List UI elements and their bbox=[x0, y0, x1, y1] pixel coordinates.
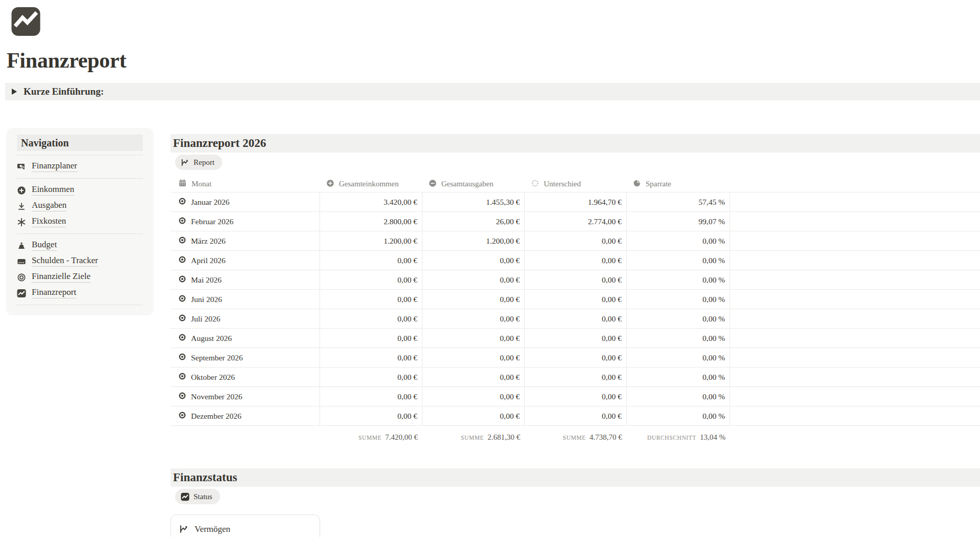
row-savings-rate-cell[interactable]: 0,00 % bbox=[627, 387, 730, 406]
row-expenses-cell[interactable]: 0,00 € bbox=[422, 329, 525, 348]
column-header-sparrate[interactable]: Sparrate bbox=[627, 176, 730, 192]
sidebar-item-finanzielle-ziele[interactable]: Finanzielle Ziele bbox=[17, 269, 143, 285]
row-month-cell[interactable]: März 2026 bbox=[171, 231, 320, 250]
row-savings-rate-cell[interactable]: 0,00 % bbox=[627, 270, 730, 289]
row-difference-cell[interactable]: 0,00 € bbox=[525, 290, 627, 309]
row-month-cell[interactable]: September 2026 bbox=[171, 348, 320, 367]
row-expenses-cell[interactable]: 1.455,30 € bbox=[422, 192, 525, 211]
divider bbox=[17, 178, 143, 179]
row-income-cell[interactable]: 2.800,00 € bbox=[320, 212, 422, 231]
summary-difference[interactable]: SUMME4.738,70 € bbox=[525, 433, 627, 442]
row-difference-cell[interactable]: 0,00 € bbox=[525, 251, 627, 270]
row-difference-cell[interactable]: 2.774,00 € bbox=[525, 212, 627, 231]
row-expenses-cell[interactable]: 0,00 € bbox=[422, 348, 525, 367]
column-header-label: Gesamtausgaben bbox=[441, 180, 494, 188]
row-savings-rate-cell[interactable]: 0,00 % bbox=[627, 290, 730, 309]
row-income-cell[interactable]: 0,00 € bbox=[320, 309, 422, 328]
row-difference-cell[interactable]: 0,00 € bbox=[525, 231, 627, 250]
row-difference-cell[interactable]: 0,00 € bbox=[525, 348, 627, 367]
row-difference-cell[interactable]: 0,00 € bbox=[525, 387, 627, 406]
row-savings-rate-cell[interactable]: 0,00 % bbox=[627, 251, 730, 270]
column-header-unterschied[interactable]: Unterschied bbox=[525, 176, 627, 192]
column-header-monat[interactable]: Monat bbox=[171, 176, 320, 192]
row-difference-cell[interactable]: 1.964,70 € bbox=[525, 192, 627, 211]
row-savings-rate-cell[interactable]: 0,00 % bbox=[627, 231, 730, 250]
status-view-tab[interactable]: Status bbox=[175, 489, 220, 504]
row-savings-rate-cell[interactable]: 0,00 % bbox=[627, 329, 730, 348]
sidebar-item-fixkosten[interactable]: Fixkosten bbox=[17, 214, 143, 230]
sidebar-item-schulden-tracker[interactable]: Schulden - Tracker bbox=[17, 253, 143, 269]
row-income-cell[interactable]: 0,00 € bbox=[320, 290, 422, 309]
column-header-gesamtausgaben[interactable]: Gesamtausgaben bbox=[422, 176, 525, 192]
column-header-gesamteinkommen[interactable]: Gesamteinkommen bbox=[320, 176, 422, 192]
summary-expenses[interactable]: SUMME2.681,30 € bbox=[422, 433, 525, 442]
row-month-cell[interactable]: Oktober 2026 bbox=[171, 368, 320, 386]
row-expenses-cell[interactable]: 0,00 € bbox=[422, 309, 525, 328]
row-month-cell[interactable]: August 2026 bbox=[171, 329, 320, 348]
row-savings-rate-cell[interactable]: 0,00 % bbox=[627, 348, 730, 367]
row-income-cell[interactable]: 0,00 € bbox=[320, 368, 422, 386]
row-month-label: April 2026 bbox=[191, 256, 226, 265]
row-month-cell[interactable]: November 2026 bbox=[171, 387, 320, 406]
table-header: Monat Gesamteinkommen Gesamtausgaben Unt… bbox=[171, 176, 980, 192]
row-income-cell[interactable]: 0,00 € bbox=[320, 270, 422, 289]
row-income-cell[interactable]: 3.420,00 € bbox=[320, 192, 422, 211]
row-savings-rate-cell[interactable]: 57,45 % bbox=[627, 192, 730, 211]
row-income-cell[interactable]: 0,00 € bbox=[320, 251, 422, 270]
intro-toggle[interactable]: Kurze Einführung: bbox=[5, 83, 980, 100]
row-month-cell[interactable]: Februar 2026 bbox=[171, 212, 320, 231]
summary-label: SUMME bbox=[461, 435, 484, 441]
row-month-label: Oktober 2026 bbox=[191, 373, 235, 382]
minus-circle-icon bbox=[429, 179, 437, 189]
row-expenses-cell[interactable]: 1.200,00 € bbox=[422, 231, 525, 250]
summary-savings-rate[interactable]: DURCHSCHNITT13,04 % bbox=[627, 433, 730, 442]
asterisk-icon bbox=[17, 218, 26, 227]
row-expenses-cell[interactable]: 0,00 € bbox=[422, 270, 525, 289]
summary-value: 7.420,00 € bbox=[385, 433, 418, 441]
row-income-cell[interactable]: 1.200,00 € bbox=[320, 231, 422, 250]
row-difference-cell[interactable]: 0,00 € bbox=[525, 309, 627, 328]
status-section-heading: Finanzstatus bbox=[171, 468, 980, 487]
column-header-label: Sparrate bbox=[646, 180, 671, 188]
row-income-cell[interactable]: 0,00 € bbox=[320, 348, 422, 367]
vermoegen-card[interactable]: Vermögen bbox=[171, 514, 320, 537]
row-expenses-cell[interactable]: 0,00 € bbox=[422, 387, 525, 406]
row-difference-cell[interactable]: 0,00 € bbox=[525, 406, 627, 425]
row-month-cell[interactable]: Juni 2026 bbox=[171, 290, 320, 309]
row-income-cell[interactable]: 0,00 € bbox=[320, 387, 422, 406]
sidebar-item-budget[interactable]: Budget bbox=[17, 238, 143, 253]
row-savings-rate-cell[interactable]: 0,00 % bbox=[627, 406, 730, 425]
sidebar-item-ausgaben[interactable]: Ausgaben bbox=[17, 198, 143, 214]
sidebar-item-finanzplaner[interactable]: Finanzplaner bbox=[17, 159, 143, 175]
sidebar-item-label: Finanzreport bbox=[32, 288, 76, 298]
page-chart-icon[interactable] bbox=[11, 7, 40, 36]
row-income-cell[interactable]: 0,00 € bbox=[320, 406, 422, 425]
row-month-cell[interactable]: April 2026 bbox=[171, 251, 320, 270]
row-month-cell[interactable]: Januar 2026 bbox=[171, 192, 320, 211]
divider bbox=[17, 233, 143, 234]
row-savings-rate-cell[interactable]: 99,07 % bbox=[627, 212, 730, 231]
row-month-cell[interactable]: Dezember 2026 bbox=[171, 406, 320, 425]
report-section-heading: Finanzreport 2026 bbox=[171, 134, 980, 153]
caret-right-icon[interactable] bbox=[12, 89, 17, 95]
row-savings-rate-cell[interactable]: 0,00 % bbox=[627, 309, 730, 328]
row-expenses-cell[interactable]: 0,00 € bbox=[422, 406, 525, 425]
report-view-tab-label: Report bbox=[194, 158, 215, 167]
sidebar-item-finanzreport[interactable]: Finanzreport bbox=[17, 285, 143, 301]
row-savings-rate-cell[interactable]: 0,00 % bbox=[627, 368, 730, 386]
row-expenses-cell[interactable]: 0,00 € bbox=[422, 251, 525, 270]
row-difference-cell[interactable]: 0,00 € bbox=[525, 329, 627, 348]
row-month-cell[interactable]: Juli 2026 bbox=[171, 309, 320, 328]
sidebar-item-einkommen[interactable]: Einkommen bbox=[17, 182, 143, 198]
row-expenses-cell[interactable]: 0,00 € bbox=[422, 368, 525, 386]
row-difference-cell[interactable]: 0,00 € bbox=[525, 270, 627, 289]
summary-income[interactable]: SUMME7.420,00 € bbox=[320, 433, 422, 442]
row-month-label: März 2026 bbox=[191, 237, 226, 246]
row-difference-cell[interactable]: 0,00 € bbox=[525, 368, 627, 386]
row-income-cell[interactable]: 0,00 € bbox=[320, 329, 422, 348]
row-expenses-cell[interactable]: 0,00 € bbox=[422, 290, 525, 309]
row-month-label: Juni 2026 bbox=[191, 295, 222, 304]
row-month-cell[interactable]: Mai 2026 bbox=[171, 270, 320, 289]
row-expenses-cell[interactable]: 26,00 € bbox=[422, 212, 525, 231]
report-view-tab[interactable]: Report bbox=[175, 155, 222, 170]
